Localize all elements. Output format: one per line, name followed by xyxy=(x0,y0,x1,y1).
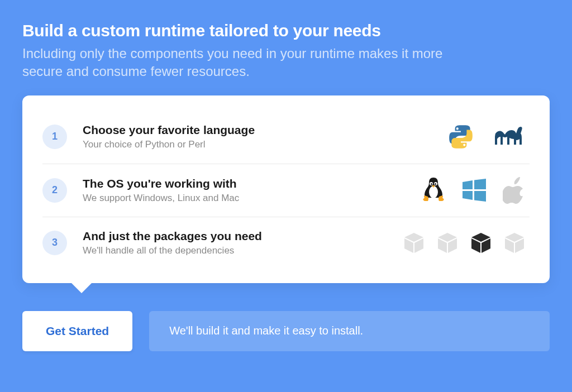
step-desc: We'll handle all of the dependencies xyxy=(83,245,403,256)
package-icon xyxy=(437,232,458,254)
package-icon xyxy=(504,232,525,254)
steps-card: 1 Choose your favorite language Your cho… xyxy=(22,95,550,283)
package-icon xyxy=(403,232,425,254)
step-title: And just the packages you need xyxy=(83,230,403,243)
perl-camel-icon xyxy=(490,122,525,151)
svg-point-3 xyxy=(431,183,432,185)
step-title: Choose your favorite language xyxy=(83,123,447,137)
step-3: 3 And just the packages you need We'll h… xyxy=(42,217,530,269)
svg-point-0 xyxy=(429,186,438,198)
footer-note: We'll build it and make it easy to insta… xyxy=(149,311,550,351)
step-desc: We support Windows, Linux and Mac xyxy=(83,193,421,204)
linux-icon xyxy=(421,176,446,204)
step-badge: 2 xyxy=(42,178,67,203)
step-2: 2 The OS you're working with We support … xyxy=(42,164,530,217)
apple-icon xyxy=(503,177,525,204)
package-icon-active xyxy=(470,232,492,254)
step-badge: 3 xyxy=(42,231,67,255)
python-icon xyxy=(447,123,475,151)
page-subtitle: Including only the components you need i… xyxy=(22,45,447,81)
step-badge: 1 xyxy=(42,125,67,149)
windows-icon xyxy=(461,178,487,203)
step-title: The OS you're working with xyxy=(83,177,421,190)
footer: Get Started We'll build it and make it e… xyxy=(22,311,550,351)
step-desc: Your choice of Python or Perl xyxy=(83,139,447,150)
step-1: 1 Choose your favorite language Your cho… xyxy=(42,110,530,164)
svg-point-4 xyxy=(435,183,436,185)
page-title: Build a custom runtime tailored to your … xyxy=(22,21,550,40)
get-started-button[interactable]: Get Started xyxy=(22,311,132,351)
